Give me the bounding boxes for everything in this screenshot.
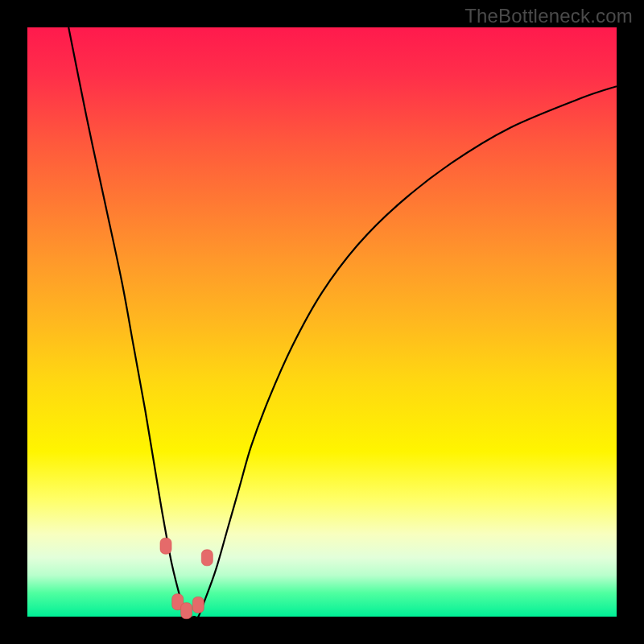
curve-marker (192, 597, 204, 613)
chart-plot-area (27, 27, 617, 617)
watermark-text: TheBottleneck.com (464, 5, 633, 27)
marker-group (160, 538, 213, 619)
curve-marker (201, 550, 213, 566)
bottleneck-curve-path (68, 27, 617, 618)
bottleneck-curve-svg (27, 27, 617, 617)
curve-marker (160, 538, 171, 554)
curve-marker (181, 603, 192, 619)
